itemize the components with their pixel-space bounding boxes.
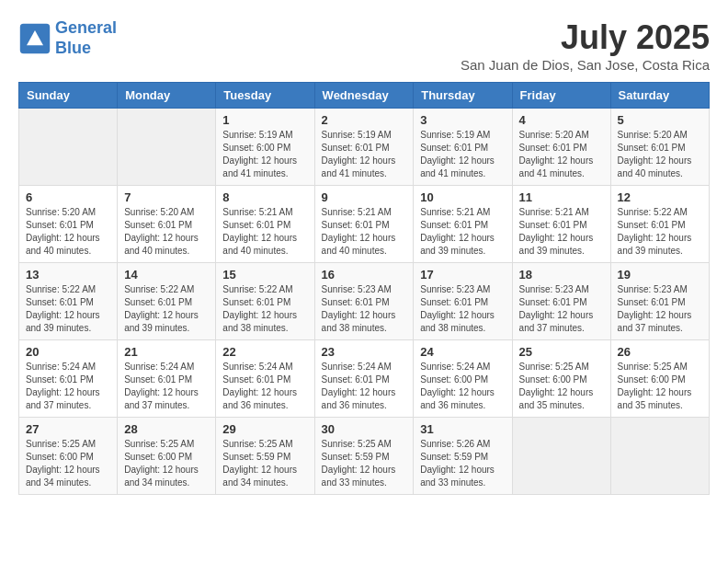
day-detail: Sunrise: 5:22 AM Sunset: 6:01 PM Dayligh…: [26, 283, 110, 335]
calendar-cell: 21Sunrise: 5:24 AM Sunset: 6:01 PM Dayli…: [118, 340, 216, 418]
logo-line2: Blue: [55, 39, 117, 59]
header-tuesday: Tuesday: [216, 83, 314, 109]
calendar-cell: 10Sunrise: 5:21 AM Sunset: 6:01 PM Dayli…: [414, 186, 512, 263]
calendar-cell: 31Sunrise: 5:26 AM Sunset: 5:59 PM Dayli…: [414, 418, 512, 495]
day-number: 21: [124, 345, 209, 359]
calendar-cell: 28Sunrise: 5:25 AM Sunset: 6:00 PM Dayli…: [118, 418, 216, 495]
calendar-header-row: SundayMondayTuesdayWednesdayThursdayFrid…: [19, 83, 710, 109]
day-detail: Sunrise: 5:25 AM Sunset: 6:00 PM Dayligh…: [124, 438, 209, 489]
day-number: 31: [420, 422, 505, 436]
day-number: 23: [322, 345, 407, 359]
location-title: San Juan de Dios, San Jose, Costa Rica: [461, 57, 710, 73]
calendar-week-3: 13Sunrise: 5:22 AM Sunset: 6:01 PM Dayli…: [19, 263, 710, 340]
day-number: 22: [222, 345, 307, 359]
day-detail: Sunrise: 5:19 AM Sunset: 6:01 PM Dayligh…: [420, 129, 505, 180]
day-detail: Sunrise: 5:20 AM Sunset: 6:01 PM Dayligh…: [124, 206, 209, 258]
day-detail: Sunrise: 5:22 AM Sunset: 6:01 PM Dayligh…: [618, 206, 702, 258]
day-number: 14: [124, 268, 209, 282]
day-detail: Sunrise: 5:19 AM Sunset: 6:01 PM Dayligh…: [322, 129, 407, 180]
day-number: 4: [519, 113, 604, 127]
calendar-cell: 27Sunrise: 5:25 AM Sunset: 6:00 PM Dayli…: [19, 418, 118, 495]
calendar-cell: 9Sunrise: 5:21 AM Sunset: 6:01 PM Daylig…: [314, 186, 414, 263]
day-detail: Sunrise: 5:22 AM Sunset: 6:01 PM Dayligh…: [124, 283, 209, 335]
calendar-cell: 17Sunrise: 5:23 AM Sunset: 6:01 PM Dayli…: [414, 263, 512, 340]
month-title: July 2025: [461, 18, 710, 57]
calendar-week-1: 1Sunrise: 5:19 AM Sunset: 6:00 PM Daylig…: [19, 109, 710, 186]
calendar: SundayMondayTuesdayWednesdayThursdayFrid…: [18, 82, 710, 495]
day-number: 3: [420, 113, 505, 127]
day-number: 7: [124, 190, 209, 204]
calendar-cell: 23Sunrise: 5:24 AM Sunset: 6:01 PM Dayli…: [314, 340, 414, 418]
calendar-cell: 22Sunrise: 5:24 AM Sunset: 6:01 PM Dayli…: [216, 340, 314, 418]
day-detail: Sunrise: 5:24 AM Sunset: 6:01 PM Dayligh…: [322, 361, 407, 412]
day-detail: Sunrise: 5:21 AM Sunset: 6:01 PM Dayligh…: [322, 206, 407, 258]
title-area: July 2025 San Juan de Dios, San Jose, Co…: [461, 18, 710, 73]
day-number: 29: [222, 422, 307, 436]
day-number: 10: [420, 190, 505, 204]
calendar-cell: 3Sunrise: 5:19 AM Sunset: 6:01 PM Daylig…: [414, 109, 512, 186]
calendar-cell: 11Sunrise: 5:21 AM Sunset: 6:01 PM Dayli…: [512, 186, 610, 263]
day-number: 28: [124, 422, 209, 436]
day-number: 15: [222, 268, 307, 282]
day-number: 30: [322, 422, 407, 436]
day-detail: Sunrise: 5:24 AM Sunset: 6:01 PM Dayligh…: [222, 361, 307, 412]
day-detail: Sunrise: 5:25 AM Sunset: 5:59 PM Dayligh…: [322, 438, 407, 489]
calendar-cell: 30Sunrise: 5:25 AM Sunset: 5:59 PM Dayli…: [314, 418, 414, 495]
calendar-cell: 16Sunrise: 5:23 AM Sunset: 6:01 PM Dayli…: [314, 263, 414, 340]
calendar-cell: [610, 418, 709, 495]
day-detail: Sunrise: 5:24 AM Sunset: 6:01 PM Dayligh…: [26, 361, 110, 412]
calendar-cell: 26Sunrise: 5:25 AM Sunset: 6:00 PM Dayli…: [610, 340, 709, 418]
day-number: 5: [618, 113, 702, 127]
day-number: 16: [322, 268, 407, 282]
calendar-cell: 25Sunrise: 5:25 AM Sunset: 6:00 PM Dayli…: [512, 340, 610, 418]
day-number: 9: [322, 190, 407, 204]
day-number: 19: [618, 268, 702, 282]
calendar-cell: 2Sunrise: 5:19 AM Sunset: 6:01 PM Daylig…: [314, 109, 414, 186]
day-detail: Sunrise: 5:23 AM Sunset: 6:01 PM Dayligh…: [322, 283, 407, 335]
calendar-cell: 18Sunrise: 5:23 AM Sunset: 6:01 PM Dayli…: [512, 263, 610, 340]
calendar-cell: 13Sunrise: 5:22 AM Sunset: 6:01 PM Dayli…: [19, 263, 118, 340]
calendar-cell: 29Sunrise: 5:25 AM Sunset: 5:59 PM Dayli…: [216, 418, 314, 495]
logo-icon: [18, 22, 51, 55]
logo-text: General Blue: [55, 18, 117, 58]
day-number: 6: [26, 190, 110, 204]
day-detail: Sunrise: 5:25 AM Sunset: 5:59 PM Dayligh…: [222, 438, 307, 489]
calendar-week-5: 27Sunrise: 5:25 AM Sunset: 6:00 PM Dayli…: [19, 418, 710, 495]
calendar-cell: [19, 109, 118, 186]
calendar-week-2: 6Sunrise: 5:20 AM Sunset: 6:01 PM Daylig…: [19, 186, 710, 263]
day-number: 25: [519, 345, 604, 359]
day-detail: Sunrise: 5:24 AM Sunset: 6:00 PM Dayligh…: [420, 361, 505, 412]
calendar-cell: 14Sunrise: 5:22 AM Sunset: 6:01 PM Dayli…: [118, 263, 216, 340]
calendar-cell: 19Sunrise: 5:23 AM Sunset: 6:01 PM Dayli…: [610, 263, 709, 340]
day-number: 2: [322, 113, 407, 127]
day-detail: Sunrise: 5:20 AM Sunset: 6:01 PM Dayligh…: [618, 129, 702, 180]
logo-line1: General: [55, 18, 117, 37]
day-detail: Sunrise: 5:19 AM Sunset: 6:00 PM Dayligh…: [222, 129, 307, 180]
header-monday: Monday: [118, 83, 216, 109]
day-number: 8: [222, 190, 307, 204]
day-number: 24: [420, 345, 505, 359]
day-detail: Sunrise: 5:25 AM Sunset: 6:00 PM Dayligh…: [618, 361, 702, 412]
day-number: 1: [222, 113, 307, 127]
header-saturday: Saturday: [610, 83, 709, 109]
calendar-cell: 8Sunrise: 5:21 AM Sunset: 6:01 PM Daylig…: [216, 186, 314, 263]
header-sunday: Sunday: [19, 83, 118, 109]
header-wednesday: Wednesday: [314, 83, 414, 109]
day-number: 11: [519, 190, 604, 204]
day-number: 17: [420, 268, 505, 282]
calendar-cell: 1Sunrise: 5:19 AM Sunset: 6:00 PM Daylig…: [216, 109, 314, 186]
calendar-cell: [512, 418, 610, 495]
day-detail: Sunrise: 5:22 AM Sunset: 6:01 PM Dayligh…: [222, 283, 307, 335]
calendar-cell: 15Sunrise: 5:22 AM Sunset: 6:01 PM Dayli…: [216, 263, 314, 340]
day-detail: Sunrise: 5:25 AM Sunset: 6:00 PM Dayligh…: [26, 438, 110, 489]
calendar-cell: 24Sunrise: 5:24 AM Sunset: 6:00 PM Dayli…: [414, 340, 512, 418]
day-detail: Sunrise: 5:24 AM Sunset: 6:01 PM Dayligh…: [124, 361, 209, 412]
day-detail: Sunrise: 5:21 AM Sunset: 6:01 PM Dayligh…: [420, 206, 505, 258]
calendar-cell: 12Sunrise: 5:22 AM Sunset: 6:01 PM Dayli…: [610, 186, 709, 263]
calendar-cell: [118, 109, 216, 186]
calendar-cell: 4Sunrise: 5:20 AM Sunset: 6:01 PM Daylig…: [512, 109, 610, 186]
day-number: 18: [519, 268, 604, 282]
calendar-cell: 7Sunrise: 5:20 AM Sunset: 6:01 PM Daylig…: [118, 186, 216, 263]
header-thursday: Thursday: [414, 83, 512, 109]
day-detail: Sunrise: 5:21 AM Sunset: 6:01 PM Dayligh…: [519, 206, 604, 258]
